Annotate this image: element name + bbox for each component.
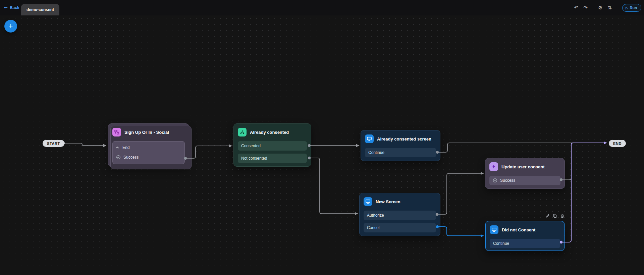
output-row-cancel[interactable]: Cancel xyxy=(364,223,436,232)
node-header: New Screen xyxy=(364,197,436,206)
topbar-actions: ↶ ↷ ⚙ ⇅ ▷ Run xyxy=(574,0,641,15)
port-not-consented[interactable] xyxy=(308,157,311,159)
node-title: Update user consent xyxy=(501,164,545,169)
node-title: Sign Up Or In - Social xyxy=(124,130,169,135)
back-button[interactable]: ← Back xyxy=(4,5,19,10)
output-row-continue[interactable]: Continue xyxy=(365,148,436,157)
back-label: Back xyxy=(10,5,19,10)
branch-icon xyxy=(238,128,247,136)
start-label: START xyxy=(47,142,60,146)
play-icon: ▷ xyxy=(626,6,628,10)
flow-node-already-consented[interactable]: Already consentedConsentedNot consented xyxy=(233,123,311,167)
port-screen-continue[interactable] xyxy=(436,151,439,154)
output-row-label: Not consented xyxy=(241,156,267,161)
toolbar-divider xyxy=(593,4,593,11)
port-did-not-consent-continue[interactable] xyxy=(560,241,562,243)
start-node[interactable]: START xyxy=(43,140,64,147)
end-node[interactable]: END xyxy=(609,140,626,147)
action-bolt-icon xyxy=(489,162,498,171)
flow-tab-label: demo-consent xyxy=(26,7,54,12)
collapsible-group: EndSuccess xyxy=(112,141,185,164)
screen-icon xyxy=(365,134,374,143)
group-label: End xyxy=(122,145,129,150)
output-row-label: Continue xyxy=(368,150,384,155)
node-header: Update user consent xyxy=(489,162,560,171)
output-row-label: Authorize xyxy=(367,213,384,218)
output-row-label: Continue xyxy=(493,241,509,246)
output-row-consented[interactable]: Consented xyxy=(238,141,307,151)
check-circle-icon xyxy=(116,155,121,160)
flow-node-signup-social[interactable]: Sign Up Or In - SocialEndSuccess xyxy=(108,123,189,167)
node-header: Already consented xyxy=(238,128,307,136)
node-title: New Screen xyxy=(376,199,400,204)
group-header-end[interactable]: End xyxy=(115,143,182,152)
node-title: Already consented screen xyxy=(377,136,431,142)
check-circle-icon xyxy=(493,178,497,183)
output-row-label: Consented xyxy=(241,144,261,148)
chevron-up-icon xyxy=(115,146,119,150)
port-cancel[interactable] xyxy=(436,225,439,228)
output-row-continue[interactable]: Continue xyxy=(490,239,560,248)
node-selection-toolbar xyxy=(545,214,565,218)
duplicate-icon[interactable] xyxy=(553,214,557,218)
run-label: Run xyxy=(630,6,637,10)
output-row-label: Cancel xyxy=(367,225,379,230)
redo-icon[interactable]: ↷ xyxy=(583,5,588,10)
port-authorize[interactable] xyxy=(436,213,438,216)
back-arrow-icon: ← xyxy=(4,5,8,10)
end-label: END xyxy=(613,142,622,146)
output-row-success[interactable]: Success xyxy=(115,153,182,162)
output-row-authorize[interactable]: Authorize xyxy=(364,211,436,220)
output-row-success[interactable]: Success xyxy=(489,176,560,185)
flow-node-update-user-consent[interactable]: Update user consentSuccess xyxy=(485,158,565,189)
toolbar-divider xyxy=(617,4,617,11)
plus-icon: + xyxy=(9,22,13,31)
settings-gear-icon[interactable]: ⚙ xyxy=(598,5,602,10)
node-header: Already consented screen xyxy=(365,134,436,143)
output-row-label: Success xyxy=(123,155,139,160)
flow-tab[interactable]: demo-consent xyxy=(21,4,59,15)
edit-pencil-icon[interactable] xyxy=(545,214,550,218)
port-signup-success[interactable] xyxy=(184,157,187,160)
connector-flow-icon xyxy=(112,128,121,136)
screen-icon xyxy=(490,225,498,234)
node-title: Already consented xyxy=(250,130,289,135)
sort-order-icon[interactable]: ⇅ xyxy=(607,5,612,10)
port-consented[interactable] xyxy=(308,144,311,147)
flow-node-new-screen[interactable]: New ScreenAuthorizeCancel xyxy=(359,193,440,236)
node-header: Sign Up Or In - Social xyxy=(112,128,185,136)
port-update-success[interactable] xyxy=(560,178,562,181)
top-bar: ← Back demo-consent ↶ ↷ ⚙ ⇅ ▷ Run xyxy=(0,0,644,15)
undo-icon[interactable]: ↶ xyxy=(574,5,579,10)
run-button[interactable]: ▷ Run xyxy=(622,4,641,12)
screen-icon xyxy=(364,197,372,206)
node-title: Did not Consent xyxy=(502,227,535,232)
add-node-button[interactable]: + xyxy=(4,20,17,33)
output-row-label: Success xyxy=(500,178,515,183)
delete-icon[interactable] xyxy=(560,214,565,218)
output-row-not-consented[interactable]: Not consented xyxy=(238,154,307,163)
flow-node-did-not-consent[interactable]: Did not ConsentContinue xyxy=(485,221,565,251)
node-header: Did not Consent xyxy=(490,225,560,234)
flow-node-already-consented-screen[interactable]: Already consented screenContinue xyxy=(361,130,440,161)
